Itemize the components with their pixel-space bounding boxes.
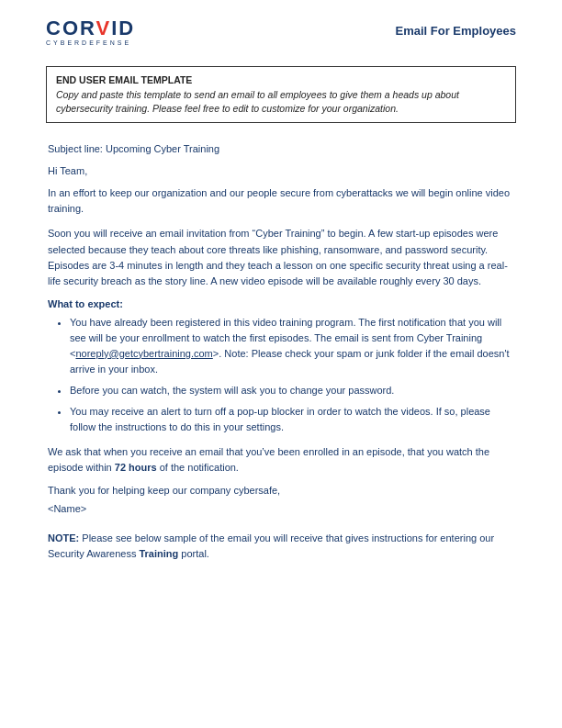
what-to-expect-title: What to expect: bbox=[48, 298, 514, 309]
note-text: NOTE: Please see below sample of the ema… bbox=[48, 532, 494, 559]
paragraph-2: Soon you will receive an email invitatio… bbox=[48, 226, 514, 288]
note-section: NOTE: Please see below sample of the ema… bbox=[48, 531, 514, 562]
paragraph-1: In an effort to keep our organization an… bbox=[48, 185, 514, 217]
header: CORVID CYBERDEFENSE Email For Employees bbox=[46, 18, 516, 46]
greeting: Hi Team, bbox=[48, 165, 514, 176]
para-3-after: of the notification. bbox=[157, 462, 239, 473]
sign-off: Thank you for helping keep our company c… bbox=[48, 485, 514, 496]
template-box-title: END USER EMAIL TEMPLATE bbox=[56, 74, 506, 85]
paragraph-3: We ask that when you receive an email th… bbox=[48, 444, 514, 476]
bullet-list: You have already been registered in this… bbox=[66, 315, 514, 435]
subject-line: Subject line: Upcoming Cyber Training bbox=[48, 143, 514, 154]
bullet-item-2: Before you can watch, the system will as… bbox=[70, 383, 514, 398]
corvid-logo: CORVID bbox=[46, 18, 135, 39]
bullet-3-text: You may receive an alert to turn off a p… bbox=[70, 406, 490, 432]
template-box: END USER EMAIL TEMPLATE Copy and paste t… bbox=[46, 66, 516, 123]
bullet-2-text: Before you can watch, the system will as… bbox=[70, 385, 394, 396]
logo-container: CORVID CYBERDEFENSE bbox=[46, 18, 135, 46]
logo-subtext: CYBERDEFENSE bbox=[46, 39, 131, 46]
bullet-item-3: You may receive an alert to turn off a p… bbox=[70, 404, 514, 435]
page: CORVID CYBERDEFENSE Email For Employees … bbox=[0, 0, 562, 728]
note-training-bold: Training bbox=[139, 548, 178, 559]
name-placeholder: <Name> bbox=[48, 503, 514, 514]
note-bold: NOTE: bbox=[48, 532, 79, 543]
para-3-bold: 72 hours bbox=[115, 462, 157, 473]
bullet-item-1: You have already been registered in this… bbox=[70, 315, 514, 377]
page-title: Email For Employees bbox=[396, 24, 517, 38]
template-box-description: Copy and paste this template to send an … bbox=[56, 88, 506, 115]
email-link: noreply@getcybertraining.com bbox=[75, 348, 212, 359]
email-body: Subject line: Upcoming Cyber Training Hi… bbox=[46, 143, 516, 562]
